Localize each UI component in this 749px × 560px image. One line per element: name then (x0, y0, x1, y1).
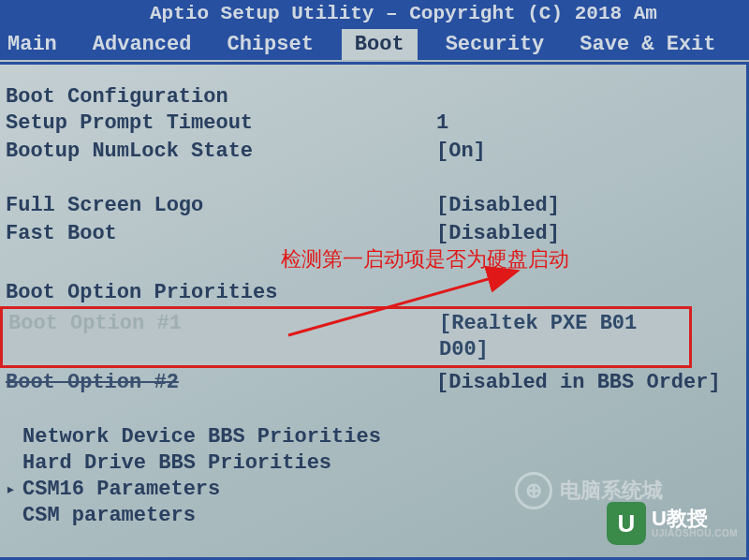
boot-option-1-value: [Realtek PXE B01 D00] (439, 311, 689, 363)
fastboot-label: Fast Boot (6, 221, 436, 247)
bios-title-bar: Aptio Setup Utility – Copyright (C) 2018… (0, 0, 749, 28)
numlock-row[interactable]: Bootup NumLock State [On] (6, 139, 737, 165)
network-bbs-item[interactable]: Network Device BBS Priorities (6, 424, 737, 450)
tab-advanced[interactable]: Advanced (85, 31, 199, 58)
tab-boot[interactable]: Boot (342, 29, 418, 60)
watermark-url: UJIAOSHOU.COM (652, 529, 738, 538)
watermark-text-block: U教授 UJIAOSHOU.COM (652, 508, 738, 538)
fullscreen-value: [Disabled] (436, 193, 737, 219)
annotation-callout: 检测第一启动项是否为硬盘启动 (281, 245, 569, 273)
watermark-dnxtc-text: 电脑系统城 (560, 477, 663, 505)
bios-title: Aptio Setup Utility – Copyright (C) 2018… (150, 3, 657, 24)
fastboot-value: [Disabled] (436, 221, 737, 247)
tab-chipset[interactable]: Chipset (219, 31, 320, 58)
setup-prompt-value: 1 (436, 111, 737, 137)
tab-save-exit[interactable]: Save & Exit (572, 31, 723, 58)
setup-prompt-label: Setup Prompt Timeout (6, 111, 436, 137)
shield-letter: U (618, 509, 636, 538)
setup-prompt-row[interactable]: Setup Prompt Timeout 1 (6, 111, 737, 137)
watermark-ujiaoshou: U U教授 UJIAOSHOU.COM (607, 502, 738, 545)
boot-option-2-value: [Disabled in BBS Order] (436, 370, 737, 396)
shield-icon: U (607, 502, 646, 545)
spacer (6, 167, 737, 193)
boot-option-1-label: Boot Option #1 (8, 311, 439, 363)
numlock-value: [On] (436, 139, 737, 165)
boot-configuration-title: Boot Configuration (6, 85, 737, 109)
numlock-label: Bootup NumLock State (6, 139, 436, 165)
globe-icon: ⊕ (515, 472, 552, 509)
watermark-brand: U教授 (652, 508, 738, 529)
boot-option-1-row[interactable]: Boot Option #1 [Realtek PXE B01 D00] (0, 306, 692, 368)
tab-main[interactable]: Main (0, 31, 65, 58)
boot-option-2-label: Boot Option #2 (6, 370, 436, 396)
spacer (6, 398, 737, 424)
tab-security[interactable]: Security (438, 31, 552, 58)
bios-tab-bar: Main Advanced Chipset Boot Security Save… (0, 28, 749, 60)
fullscreen-label: Full Screen Logo (6, 193, 436, 219)
fullscreen-logo-row[interactable]: Full Screen Logo [Disabled] (6, 193, 737, 219)
boot-option-2-row[interactable]: Boot Option #2 [Disabled in BBS Order] (6, 370, 737, 396)
fast-boot-row[interactable]: Fast Boot [Disabled] (6, 221, 737, 247)
boot-option-priorities-title: Boot Option Priorities (6, 281, 737, 304)
